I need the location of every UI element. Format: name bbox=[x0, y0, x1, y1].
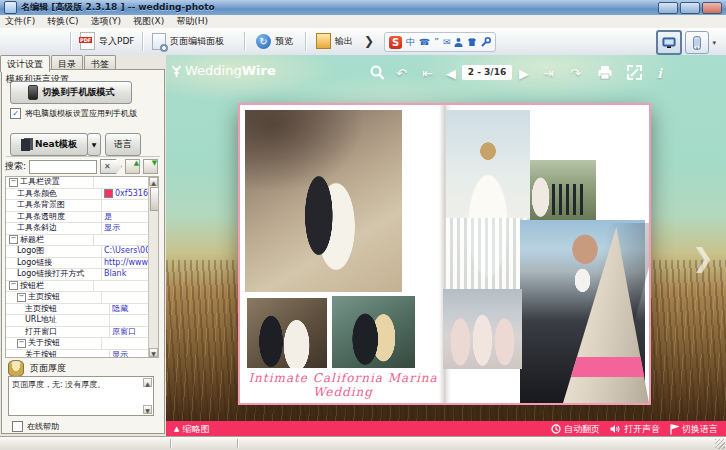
tree-property-row[interactable]: Logo链接打开方式Blank bbox=[6, 269, 158, 281]
switch-mobile-button[interactable]: 切换到手机版模式 bbox=[10, 81, 132, 104]
print-icon[interactable] bbox=[597, 65, 613, 80]
page-edit-panel-button[interactable]: 页面编辑面板 bbox=[148, 30, 228, 52]
menu-view[interactable]: 视图(X) bbox=[133, 15, 164, 28]
tree-property-row[interactable]: Logo图C:\Users\000\AppDat... bbox=[6, 246, 158, 258]
collapse-minus-icon[interactable]: − bbox=[17, 339, 26, 348]
desc-scroll-up-icon[interactable]: ▲ bbox=[143, 378, 152, 387]
minimize-button[interactable] bbox=[658, 2, 678, 14]
property-label: 工具条颜色 bbox=[17, 189, 57, 199]
previous-page-icon[interactable]: ◀ bbox=[446, 65, 456, 82]
first-page-icon[interactable]: ⇤ bbox=[422, 65, 433, 82]
template-dropdown-button[interactable]: ▼ bbox=[87, 133, 101, 156]
zoom-in-icon[interactable] bbox=[370, 65, 385, 81]
share-s-icon[interactable]: S bbox=[389, 36, 402, 49]
preview-button[interactable]: ↻ 预览 bbox=[252, 30, 297, 52]
menu-file[interactable]: 文件(F) bbox=[5, 15, 35, 28]
photo-bridesmaids[interactable] bbox=[443, 289, 522, 369]
tree-property-row[interactable]: 主页按钮隐藏 bbox=[6, 304, 158, 316]
info-icon[interactable]: i bbox=[657, 65, 662, 82]
resize-grip[interactable] bbox=[715, 439, 725, 449]
design-settings-panel: 模板和语言设置 切换到手机版模式 ✓ 将电脑版模板设置应用到手机版 Neat模板… bbox=[1, 69, 165, 434]
tab-bookmarks[interactable]: 书签 bbox=[84, 55, 116, 70]
search-input[interactable] bbox=[29, 160, 97, 174]
scroll-up-icon[interactable]: ▲ bbox=[149, 177, 158, 186]
photo-couple-window[interactable] bbox=[247, 298, 327, 368]
sidebar-tabs: 设计设置 目录 书签 bbox=[0, 55, 117, 70]
photo-groomsmen-group[interactable] bbox=[530, 160, 596, 220]
flipbook-spread[interactable]: Intimate California Marina Wedding bbox=[238, 103, 651, 405]
photo-beach-kiss[interactable] bbox=[245, 110, 402, 292]
scroll-thumb[interactable] bbox=[150, 187, 159, 211]
desktop-version-button[interactable] bbox=[656, 30, 682, 55]
thumbnails-toggle[interactable]: ▲ 缩略图 bbox=[174, 423, 209, 436]
tab-design-settings[interactable]: 设计设置 bbox=[0, 55, 50, 72]
import-settings-icon[interactable]: ▲ bbox=[125, 159, 140, 174]
titlebar: 名编辑 [高级版 2.3.18 ] -- wedding-photo bbox=[0, 0, 726, 16]
chinese-language-icon[interactable]: 中 bbox=[406, 37, 415, 47]
collapse-minus-icon[interactable]: − bbox=[9, 178, 18, 187]
collapse-minus-icon[interactable]: − bbox=[9, 235, 18, 244]
collapse-minus-icon[interactable]: − bbox=[17, 293, 26, 302]
undo-icon[interactable]: ↶ bbox=[396, 65, 407, 82]
import-pdf-button[interactable]: PDF 导入PDF bbox=[76, 30, 139, 52]
tree-property-row[interactable]: Logo链接http://www.wedding... bbox=[6, 258, 158, 270]
wrench-icon[interactable] bbox=[481, 37, 491, 47]
next-page-nav-arrow[interactable]: ❯ bbox=[692, 243, 714, 273]
tree-property-row[interactable]: 工具条斜边显示 bbox=[6, 223, 158, 235]
tree-section-row[interactable]: −按钮栏 bbox=[6, 281, 158, 293]
weddingwire-logo[interactable]: WeddingWire bbox=[171, 63, 276, 78]
clear-search-button[interactable]: ✕ bbox=[100, 159, 122, 174]
tree-section-row[interactable]: −工具栏设置 bbox=[6, 177, 158, 189]
scroll-down-icon[interactable]: ▼ bbox=[149, 348, 158, 357]
fullscreen-icon[interactable] bbox=[627, 65, 642, 80]
mail-icon[interactable]: ✉ bbox=[443, 37, 451, 47]
photo-couple-embrace[interactable] bbox=[332, 296, 415, 368]
page-indicator[interactable]: 2 - 3/16 bbox=[462, 65, 512, 80]
tree-section-row[interactable]: −关于按钮 bbox=[6, 338, 158, 350]
output-button[interactable]: 输出 bbox=[312, 30, 357, 52]
menu-convert[interactable]: 转换(C) bbox=[47, 15, 78, 28]
tree-property-row[interactable]: 工具条透明度是 bbox=[6, 212, 158, 224]
desc-scroll-down-icon[interactable]: ▼ bbox=[143, 405, 152, 414]
device-dropdown-arrow[interactable]: ▾ bbox=[712, 39, 716, 47]
neat-template-button[interactable]: Neat模板 bbox=[10, 133, 88, 156]
apply-to-mobile-checkbox[interactable]: ✓ 将电脑版模板设置应用到手机版 bbox=[10, 108, 137, 119]
flag-icon bbox=[670, 424, 679, 435]
phone-icon[interactable]: ☎ bbox=[419, 37, 430, 47]
close-button[interactable] bbox=[702, 2, 722, 14]
photo-bride-railing[interactable] bbox=[446, 110, 530, 297]
switch-language-button[interactable]: 切换语言 bbox=[670, 423, 718, 436]
last-page-icon[interactable]: ⇥ bbox=[543, 65, 554, 82]
tree-property-row[interactable]: 打开窗口原窗口 bbox=[6, 327, 158, 339]
tree-property-row[interactable]: 工具条背景图 bbox=[6, 200, 158, 212]
search-row: 搜索: ✕ ▲ ▼ bbox=[5, 159, 158, 174]
page-thickness-icon bbox=[8, 360, 24, 377]
auto-flip-button[interactable]: 自动翻页 bbox=[551, 423, 600, 436]
language-button[interactable]: 语言 bbox=[105, 133, 141, 156]
toolbar-separator bbox=[244, 32, 245, 51]
sound-toggle-button[interactable]: 打开声音 bbox=[610, 423, 660, 436]
collapse-minus-icon[interactable]: − bbox=[9, 281, 18, 290]
online-help-checkbox[interactable]: 在线帮助 bbox=[12, 421, 59, 432]
menu-options[interactable]: 选项(Y) bbox=[91, 15, 122, 28]
tree-property-row[interactable]: URL地址 bbox=[6, 315, 158, 327]
tab-toc[interactable]: 目录 bbox=[51, 55, 83, 70]
property-label: 主页按钮 bbox=[28, 292, 60, 302]
more-tools-button[interactable]: ❯ bbox=[360, 30, 378, 52]
tshirt-icon[interactable] bbox=[467, 37, 477, 47]
redo-icon[interactable]: ↷ bbox=[570, 65, 581, 82]
menu-help[interactable]: 帮助(H) bbox=[176, 15, 208, 28]
status-separator bbox=[237, 439, 238, 448]
property-label: 主页按钮 bbox=[25, 304, 57, 314]
next-page-icon[interactable]: ▶ bbox=[519, 65, 529, 82]
mobile-version-button[interactable] bbox=[685, 31, 709, 54]
user-icon[interactable] bbox=[454, 37, 463, 47]
quote-icon[interactable]: ” bbox=[434, 37, 439, 47]
tree-section-row[interactable]: −标题栏 bbox=[6, 235, 158, 247]
export-settings-icon[interactable]: ▼ bbox=[143, 159, 158, 174]
grid-scrollbar[interactable]: ▲ ▼ bbox=[148, 177, 158, 357]
maximize-button[interactable] bbox=[680, 2, 700, 14]
tree-property-row[interactable]: 关于按钮显示 bbox=[6, 350, 158, 359]
tree-property-row[interactable]: 工具条颜色0xf53161 bbox=[6, 189, 158, 201]
tree-section-row[interactable]: −主页按钮 bbox=[6, 292, 158, 304]
